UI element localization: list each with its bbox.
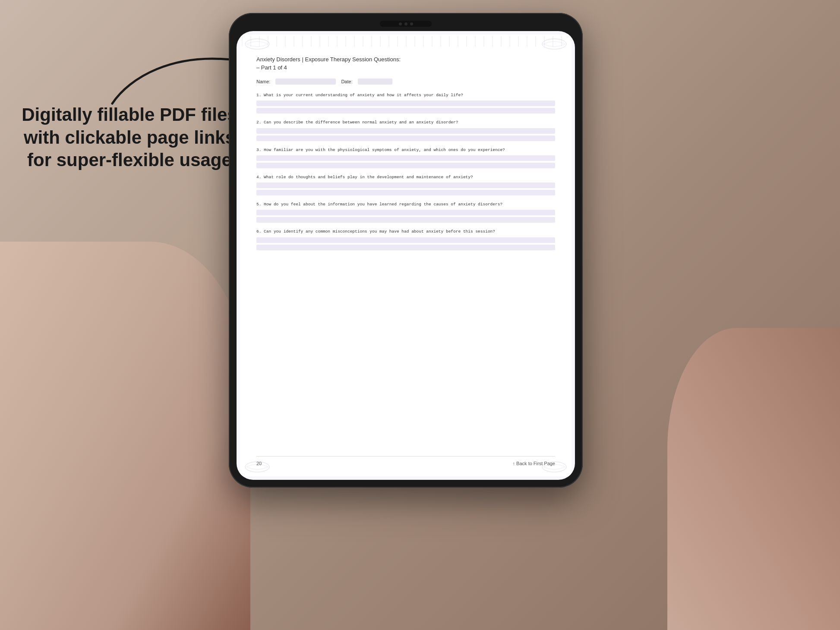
answer-line[interactable] [256, 183, 555, 188]
answer-line[interactable] [256, 101, 555, 106]
answer-line[interactable] [256, 217, 555, 223]
top-deco [240, 38, 572, 50]
svg-point-4 [542, 462, 566, 472]
answer-line[interactable] [256, 155, 555, 161]
question-5: 5. How do you feel about the information… [256, 202, 555, 223]
question-6-answer [256, 237, 555, 250]
promo-line2: with clickable page links [24, 127, 235, 148]
answer-line[interactable] [256, 128, 555, 134]
answer-line[interactable] [256, 210, 555, 215]
camera-dot-1 [399, 22, 402, 25]
hand-right [667, 328, 840, 630]
name-label: Name: [256, 79, 270, 84]
answer-line[interactable] [256, 190, 555, 195]
question-2: 2. Can you describe the difference betwe… [256, 120, 555, 141]
svg-point-2 [542, 39, 566, 49]
answer-line[interactable] [256, 108, 555, 113]
question-3-answer [256, 155, 555, 168]
bottom-deco [240, 461, 572, 473]
question-1-text: 1. What is your current understanding of… [256, 92, 555, 98]
tablet-screen: Anxiety Disorders | Exposure Therapy Ses… [237, 31, 575, 480]
svg-point-1 [245, 39, 269, 49]
camera-dot-2 [404, 22, 407, 25]
question-4-answer [256, 183, 555, 195]
question-1-answer [256, 101, 555, 113]
question-5-text: 5. How do you feel about the information… [256, 202, 555, 207]
question-2-text: 2. Can you describe the difference betwe… [256, 120, 555, 125]
answer-line[interactable] [256, 135, 555, 141]
pdf-subtitle: – Part 1 of 4 [256, 64, 555, 71]
question-4-text: 4. What role do thoughts and beliefs pla… [256, 174, 555, 180]
promo-line1: Digitally fillable PDF files [22, 104, 237, 125]
hand-left [0, 242, 250, 630]
tablet: Anxiety Disorders | Exposure Therapy Ses… [229, 13, 583, 488]
question-5-answer [256, 210, 555, 223]
answer-line[interactable] [256, 237, 555, 243]
question-3-text: 3. How familiar are you with the physiol… [256, 147, 555, 153]
name-field[interactable] [275, 79, 336, 85]
date-label: Date: [341, 79, 352, 84]
promo-text-block: Digitally fillable PDF files with clicka… [22, 104, 237, 172]
answer-line[interactable] [256, 163, 555, 168]
question-6-text: 6. Can you identify any common misconcep… [256, 229, 555, 234]
pdf-title: Anxiety Disorders | Exposure Therapy Ses… [256, 56, 555, 63]
answer-line[interactable] [256, 245, 555, 250]
question-3: 3. How familiar are you with the physiol… [256, 147, 555, 168]
question-2-answer [256, 128, 555, 141]
camera-bar [380, 21, 432, 27]
name-date-row: Name: Date: [256, 79, 555, 85]
date-field[interactable] [358, 79, 392, 85]
svg-point-3 [245, 462, 269, 472]
questions-list: 1. What is your current understanding of… [256, 92, 555, 256]
question-4: 4. What role do thoughts and beliefs pla… [256, 174, 555, 195]
question-1: 1. What is your current understanding of… [256, 92, 555, 113]
question-6: 6. Can you identify any common misconcep… [256, 229, 555, 250]
promo-line3: for super-flexible usage [27, 150, 232, 170]
camera-dot-3 [410, 22, 413, 25]
pdf-page: Anxiety Disorders | Exposure Therapy Ses… [240, 35, 572, 476]
